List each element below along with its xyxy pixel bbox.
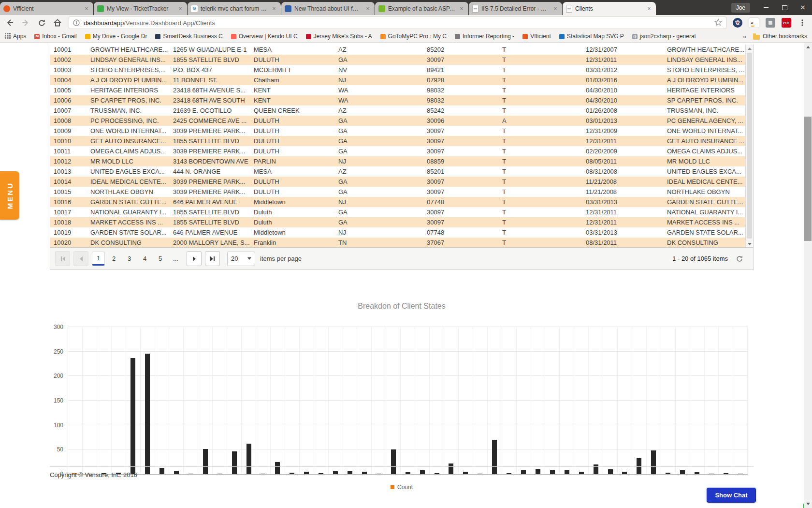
browser-tab[interactable]: IIS 7.5 Detailed Error - 40…× [469, 2, 562, 15]
bookmark-item[interactable]: Informer Reporting - [455, 33, 514, 40]
table-row[interactable]: 10016GARDEN STATE GUTTE...646 PALMER AVE… [50, 197, 745, 207]
y-axis-tick-label: 250 [54, 348, 63, 355]
bookmark-item[interactable]: GoToMyPC Pro : My C [380, 33, 447, 40]
pager-page-button[interactable]: 2 [107, 252, 120, 266]
table-row[interactable]: 10008PC PROCESSING, INC.2425 COMMERCE AV… [50, 116, 745, 126]
scroll-down-arrow[interactable] [804, 500, 812, 508]
pager-prev-button[interactable] [73, 251, 88, 266]
browser-tab[interactable]: Example of a basic ASP.N…× [375, 2, 468, 15]
grid-scrollbar-thumb[interactable] [747, 53, 752, 239]
chart-bar-slot [459, 327, 473, 474]
scroll-down-arrow[interactable] [746, 240, 753, 248]
table-row[interactable]: 10013UNITED EAGLES EXCA...444 N. ORANGEM… [50, 166, 745, 177]
bookmark-item[interactable]: Statistical Map SVG P [559, 33, 624, 40]
table-row[interactable]: 10014IDEAL MEDICAL CENTE...3039 PREMIERE… [50, 177, 745, 187]
table-row[interactable]: 10004A J OLDROYD PLUMBIN...11 BONNEL ST.… [50, 75, 745, 85]
table-row[interactable]: 10001GROWTH HEALTHCARE...1265 W GUADALUP… [50, 45, 745, 55]
cell-address: 1855 SATELLITE BLVD [170, 217, 250, 227]
cell-client-name-2: GARDEN STATE SOLAR... [664, 227, 745, 238]
table-row[interactable]: 10015NORTHLAKE OBGYN3039 PREMIERE PARK..… [50, 187, 745, 197]
cell-address: 3039 PREMIERE PARK... [170, 126, 250, 136]
tab-close-icon[interactable]: × [364, 5, 371, 12]
pager-page-button[interactable]: 5 [154, 252, 167, 266]
table-row[interactable]: 10005HERITAGE INTERIORS23418 68TH AVENUE… [50, 85, 745, 95]
table-row[interactable]: 10007TRUSSMAN, INC.21639 E. OCOTILLOQUEE… [50, 105, 745, 116]
cell-client-name: NORTHLAKE OBGYN [87, 187, 170, 197]
bookmark-favicon-icon [559, 34, 565, 39]
bookmark-item[interactable]: My Drive - Google Dr [85, 33, 147, 40]
refresh-button[interactable] [37, 18, 46, 28]
scroll-up-arrow[interactable] [804, 43, 812, 51]
page-info-icon[interactable] [73, 19, 80, 26]
bookmark-item[interactable]: Jersey Mike's Subs - A [306, 33, 372, 40]
table-row[interactable]: 10003STOHO ENTERPRISES,...P.O. BOX 437MC… [50, 65, 745, 75]
cell-address: 444 N. ORANGE [170, 166, 250, 177]
pager-page-button[interactable]: 3 [123, 252, 136, 266]
tab-close-icon[interactable]: × [646, 5, 652, 12]
bookmark-item[interactable]: Overview | Kendo UI C [231, 33, 298, 40]
show-chat-button[interactable]: Show Chat [707, 488, 756, 503]
tab-close-icon[interactable]: × [83, 5, 90, 12]
address-bar[interactable]: dashboardapp/Vensure.Dashboard.App/Clien… [69, 16, 726, 29]
pdf-extension-icon[interactable]: PDF [782, 18, 791, 28]
menu-flyout-button[interactable]: MENU [0, 171, 19, 220]
table-row[interactable]: 10012MR MOLD LLC3143 BORDENTOWN AVEPARLI… [50, 156, 745, 166]
back-button[interactable] [5, 18, 14, 28]
table-row[interactable]: 10002LINDSAY GENERAL INS...1855 SATELLIT… [50, 55, 745, 65]
bookmark-item[interactable]: Vfficient [522, 33, 551, 40]
ghostery-extension-icon[interactable]: 👻 [733, 18, 742, 28]
bookmark-label: Jersey Mike's Subs - A [314, 33, 372, 40]
table-row[interactable]: 10011OMEGA CLAIMS ADJUS...3039 PREMIERE … [50, 146, 745, 156]
minimize-button[interactable] [757, 0, 775, 15]
forward-button[interactable] [21, 18, 30, 28]
maximize-button[interactable] [775, 0, 794, 15]
pager-page-button[interactable]: 4 [138, 252, 151, 266]
chart-legend[interactable]: Count [50, 484, 754, 491]
table-row[interactable]: 10017NATIONAL GUARANTY I...1855 SATELLIT… [50, 207, 745, 217]
close-button[interactable]: ✕ [794, 0, 812, 15]
home-button[interactable] [53, 18, 62, 28]
tab-close-icon[interactable]: × [177, 5, 184, 12]
bookmark-favicon-icon: M [34, 34, 40, 39]
grid-scrollbar[interactable] [745, 45, 753, 248]
bookmark-item[interactable]: MInbox - Gmail [34, 33, 76, 40]
cell-address: 646 PALMER AVENUE [170, 227, 250, 238]
browser-tab[interactable]: Gtelerik mvc chart forum …× [188, 2, 281, 15]
bookmark-item[interactable]: {}json2csharp - generat [632, 33, 696, 40]
table-row[interactable]: 10006SP CARPET PROS, INC.23418 68TH AVE … [50, 95, 745, 105]
pager-last-button[interactable] [205, 251, 220, 266]
bookmark-item[interactable]: SmartDesk Business C [155, 33, 222, 40]
pager-first-button[interactable] [55, 251, 70, 266]
page-size-dropdown[interactable]: 20 [227, 252, 255, 266]
pager-refresh-button[interactable] [736, 255, 743, 263]
tab-close-icon[interactable]: × [271, 5, 277, 12]
browser-tab[interactable]: Clients× [563, 2, 656, 15]
browser-menu-button[interactable] [798, 18, 807, 28]
browser-tab[interactable]: New Thread about UI fo…× [281, 2, 375, 15]
scroll-up-arrow[interactable] [746, 45, 753, 52]
browser-tab[interactable]: My View - TicketTracker× [94, 2, 187, 15]
bookmark-item[interactable]: Apps [5, 33, 26, 40]
profile-chip[interactable]: Joe [731, 3, 750, 13]
tab-close-icon[interactable]: × [458, 5, 465, 12]
browser-scrollbar-thumb[interactable] [804, 117, 812, 241]
browser-tab[interactable]: Vfficient× [0, 2, 93, 15]
tab-close-icon[interactable]: × [552, 5, 559, 12]
bookmark-favicon-icon [306, 34, 311, 39]
bookmarks-overflow-button[interactable]: » [743, 33, 746, 40]
table-row[interactable]: 10009ONE WORLD INTERNAT...3039 PREMIERE … [50, 126, 745, 136]
table-row[interactable]: 10018MARKET ACCESS INS ...1855 SATELLITE… [50, 217, 745, 227]
table-row[interactable]: 10020DK CONSULTING2000 MALLORY LANE, S..… [50, 238, 745, 248]
amazon-extension-icon[interactable]: a [749, 17, 759, 28]
chart-plot: 050100150200250300 [68, 327, 748, 475]
extension-icon[interactable] [766, 18, 775, 28]
pager-next-button[interactable] [187, 251, 202, 266]
table-row[interactable]: 10019GARDEN STATE SOLAR...646 PALMER AVE… [50, 227, 745, 238]
bookmark-star-button[interactable] [714, 18, 722, 28]
pager-ellipsis[interactable]: ... [169, 252, 182, 266]
pager-page-button[interactable]: 1 [92, 252, 105, 266]
browser-scrollbar[interactable] [804, 43, 812, 508]
table-row[interactable]: 10010GET AUTO INSURANCE...1855 SATELLITE… [50, 136, 745, 146]
other-bookmarks-button[interactable]: Other bookmarks [753, 33, 807, 40]
cell-status: T [499, 166, 582, 177]
